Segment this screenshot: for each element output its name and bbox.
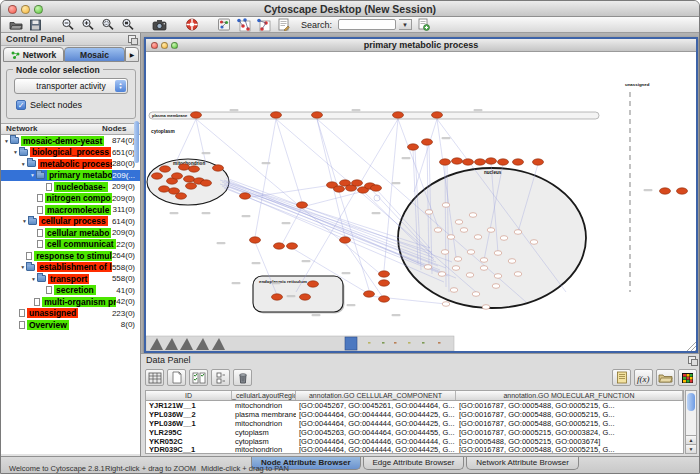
tree-expander-icon[interactable]: ▼	[20, 161, 27, 167]
tab-overflow-arrow[interactable]: ▶	[125, 47, 139, 62]
tree-row[interactable]: cell communicat22(0)	[1, 239, 140, 251]
open-icon[interactable]	[7, 18, 24, 32]
graph-node[interactable]	[201, 180, 212, 186]
graph-node[interactable]	[513, 159, 524, 165]
zoom-out-icon[interactable]	[59, 18, 76, 32]
search-input[interactable]	[338, 19, 396, 30]
tree-row[interactable]: unassigned223(0)	[1, 308, 140, 320]
table-row[interactable]: YLR295Ccytoplasm[GO:0045263, GO:0044464,…	[146, 428, 683, 437]
scroll-up-arrow[interactable]: ▲	[686, 435, 696, 444]
table-scrollbar[interactable]: ▲ ▼	[685, 390, 697, 454]
graph-node[interactable]	[184, 176, 195, 182]
table-row[interactable]: YKR052Ccytoplasm[GO:0044464, GO:0044446,…	[146, 437, 683, 446]
tree-row[interactable]: ▼metabolic process280(0)	[1, 158, 140, 170]
graph-node[interactable]	[475, 159, 486, 165]
snapshot-icon[interactable]	[151, 18, 168, 32]
graph-node[interactable]	[272, 294, 283, 300]
graph-node[interactable]	[482, 305, 490, 310]
annotation-icon[interactable]	[275, 18, 292, 32]
graph-node[interactable]	[454, 257, 462, 262]
graph-node[interactable]	[452, 158, 463, 164]
notes-icon[interactable]	[612, 369, 631, 386]
graph-node[interactable]	[474, 235, 482, 240]
select-attributes-icon[interactable]	[189, 369, 208, 386]
graph-node[interactable]	[297, 202, 308, 208]
graph-node[interactable]	[441, 250, 449, 255]
plasma-membrane-compartment[interactable]	[149, 112, 599, 119]
new-attribute-icon[interactable]	[167, 369, 186, 386]
tree-row[interactable]: cellular metabo209(0)	[1, 227, 140, 239]
graph-node[interactable]	[274, 243, 285, 249]
browser-tab[interactable]: Network Attribute Browser	[466, 457, 578, 470]
delete-attribute-icon[interactable]	[233, 369, 252, 386]
graph-node[interactable]	[677, 188, 688, 194]
tree-row[interactable]: ▼transport558(0)	[1, 273, 140, 285]
tree-row[interactable]: ▼biological_process651(0)	[1, 147, 140, 159]
tree-row[interactable]: secretion41(0)	[1, 285, 140, 297]
formula-icon[interactable]: f(x)	[634, 369, 653, 386]
graph-node[interactable]	[312, 112, 323, 118]
graph-node[interactable]	[240, 193, 251, 199]
tree-row[interactable]: multi-organism pro42(0)	[1, 296, 140, 308]
graph-node[interactable]	[271, 112, 282, 118]
graph-node[interactable]	[440, 159, 451, 165]
graph-node[interactable]	[492, 284, 500, 289]
graph-node[interactable]	[494, 274, 502, 279]
graph-node[interactable]	[160, 166, 171, 172]
table-row[interactable]: YDR039C__1mitochondrion[GO:0044464, GO:0…	[146, 445, 683, 454]
search-dropdown-arrow[interactable]: ▼	[399, 19, 412, 30]
import-folder-icon[interactable]	[656, 369, 675, 386]
tree-row[interactable]: ▼establishment of lo558(0)	[1, 262, 140, 274]
graph-node[interactable]	[472, 292, 480, 297]
scroll-down-arrow[interactable]: ▼	[686, 444, 696, 453]
edit-edges-icon[interactable]	[255, 18, 272, 32]
tree-row[interactable]: ▼primary metabo209(...	[1, 170, 140, 182]
save-icon[interactable]	[27, 18, 44, 32]
graph-node[interactable]	[460, 228, 468, 233]
graph-node[interactable]	[442, 302, 450, 307]
graph-node[interactable]	[189, 166, 200, 172]
nucleus-compartment[interactable]	[398, 168, 586, 308]
tree-column-network[interactable]: Network	[1, 124, 102, 134]
graph-node[interactable]	[438, 272, 446, 277]
graph-node[interactable]	[179, 164, 190, 170]
tree-expander-icon[interactable]: ▼	[3, 138, 10, 144]
graph-node[interactable]	[287, 243, 298, 249]
tree-expander-icon[interactable]: ▼	[21, 218, 28, 224]
graph-node[interactable]	[660, 188, 671, 194]
tree-expander-icon[interactable]: ▼	[12, 149, 19, 155]
network-graph[interactable]: cytoplasmmitochondrionnucleusendoplasmic…	[146, 52, 696, 351]
tree-expander-icon[interactable]: ▼	[29, 172, 36, 178]
graph-node[interactable]	[452, 266, 460, 271]
tree-expander-icon[interactable]: ▼	[30, 276, 37, 282]
graph-node[interactable]	[424, 265, 432, 270]
graph-node[interactable]	[379, 280, 390, 286]
graph-node[interactable]	[533, 159, 544, 165]
graph-node[interactable]	[514, 272, 522, 277]
zoom-selected-icon[interactable]	[99, 18, 116, 32]
graph-node[interactable]	[176, 193, 187, 199]
graph-node[interactable]	[494, 251, 502, 256]
zoom-fit-icon[interactable]	[119, 18, 136, 32]
graph-node[interactable]	[530, 240, 538, 245]
graph-node[interactable]	[352, 180, 363, 186]
graph-node[interactable]	[432, 112, 443, 118]
help-icon[interactable]	[183, 18, 200, 32]
graph-node[interactable]	[422, 139, 433, 145]
graph-node[interactable]	[447, 235, 455, 240]
graph-node[interactable]	[455, 220, 463, 225]
plugin-icon[interactable]	[415, 18, 432, 32]
graph-node[interactable]	[393, 112, 404, 118]
graph-node[interactable]	[408, 144, 419, 150]
graph-node[interactable]	[308, 281, 319, 287]
vizmapper-icon[interactable]	[215, 18, 232, 32]
graph-node[interactable]	[467, 250, 475, 255]
float-panel-icon[interactable]	[128, 35, 136, 43]
graph-node[interactable]	[425, 210, 433, 215]
graph-node[interactable]	[364, 291, 375, 297]
table-row[interactable]: YJR121W__1mitochondrion[GO:0045267, GO:0…	[146, 401, 683, 410]
tree-expander-icon[interactable]: ▼	[19, 264, 26, 270]
resize-grip-icon[interactable]	[695, 349, 696, 351]
tree-row[interactable]: ▼cellular process614(0)	[1, 216, 140, 228]
tree-row[interactable]: macromolecule311(0)	[1, 204, 140, 216]
